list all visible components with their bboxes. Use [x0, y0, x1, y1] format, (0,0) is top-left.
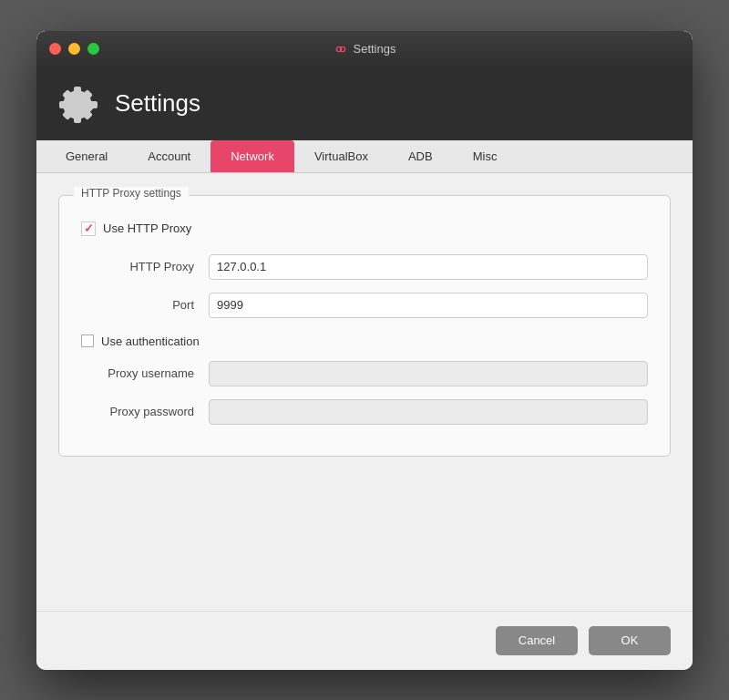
tab-misc[interactable]: Misc [453, 140, 518, 172]
use-http-proxy-row: Use HTTP Proxy [81, 221, 648, 236]
header: Settings [36, 67, 693, 140]
ok-button[interactable]: OK [589, 626, 671, 655]
use-auth-label: Use authentication [101, 335, 200, 348]
content-area: HTTP Proxy settings Use HTTP Proxy HTTP … [36, 173, 693, 611]
window-controls [49, 43, 99, 55]
close-button[interactable] [49, 43, 61, 55]
title-bar-title: Settings [334, 42, 396, 57]
port-row: Port [81, 293, 648, 318]
fieldset-legend: HTTP Proxy settings [74, 187, 189, 200]
tab-virtualbox[interactable]: VirtualBox [294, 140, 388, 172]
title-bar-text: Settings [354, 42, 396, 56]
footer: Cancel OK [36, 611, 693, 670]
proxy-password-row: Proxy password [81, 399, 648, 425]
use-http-proxy-label: Use HTTP Proxy [103, 221, 191, 235]
port-label: Port [81, 298, 209, 312]
proxy-password-input[interactable] [209, 399, 648, 425]
gear-icon [58, 84, 98, 124]
use-auth-row: Use authentication [81, 335, 648, 348]
http-proxy-input[interactable] [209, 254, 648, 280]
proxy-username-row: Proxy username [81, 361, 648, 386]
minimize-button[interactable] [68, 43, 80, 55]
page-title: Settings [115, 89, 200, 118]
tab-account[interactable]: Account [128, 140, 210, 172]
settings-window: Settings Settings General Account Networ… [36, 31, 693, 670]
port-input[interactable] [209, 293, 648, 318]
tabs-bar: General Account Network VirtualBox ADB M… [36, 140, 693, 173]
use-auth-checkbox[interactable] [81, 335, 94, 347]
tab-network[interactable]: Network [210, 140, 294, 172]
proxy-username-label: Proxy username [81, 366, 209, 380]
http-proxy-label: HTTP Proxy [81, 260, 209, 273]
proxy-password-label: Proxy password [81, 405, 209, 418]
tab-general[interactable]: General [46, 140, 128, 172]
use-http-proxy-checkbox[interactable] [81, 221, 96, 236]
app-logo-icon [334, 42, 348, 57]
tab-adb[interactable]: ADB [388, 140, 453, 172]
maximize-button[interactable] [87, 43, 99, 55]
http-proxy-group: HTTP Proxy settings Use HTTP Proxy HTTP … [58, 195, 671, 457]
cancel-button[interactable]: Cancel [496, 626, 578, 655]
title-bar: Settings [36, 31, 693, 67]
proxy-username-input[interactable] [209, 361, 648, 386]
http-proxy-row: HTTP Proxy [81, 254, 648, 280]
